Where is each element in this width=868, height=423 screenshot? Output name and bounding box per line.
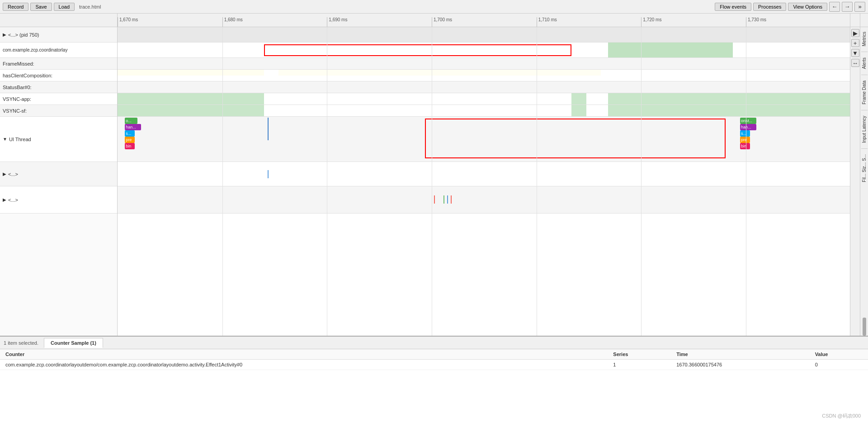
vsync-app-gap2 — [586, 93, 609, 105]
ruler[interactable]: 1,670 ms1,680 ms1,690 ms1,700 ms1,710 ms… — [118, 14, 850, 27]
green-strip-coord-right — [608, 43, 732, 57]
processes-button[interactable]: Processes — [753, 3, 786, 11]
grid-line-4 — [537, 27, 537, 336]
expand-icon-pid: ▶ — [3, 32, 6, 37]
cell-time: 1670.366000175476 — [671, 360, 809, 370]
frame-data-label[interactable]: Frame Data — [861, 77, 868, 108]
vsync-sf-text: VSYNC-sf: — [3, 108, 27, 114]
grid-line-1 — [222, 27, 223, 336]
bottom-table: Counter Series Time Value com.example.zc… — [0, 349, 868, 370]
fit-button[interactable]: ↔ — [851, 59, 859, 67]
expand-icon-dots1: ▶ — [3, 171, 6, 176]
col-series: Series — [608, 349, 671, 360]
alerts-label[interactable]: Alerts — [861, 54, 868, 73]
grid-line-5 — [641, 27, 642, 336]
ruler-tick: 1,690 ms — [327, 17, 347, 27]
table-header-row: Counter Series Time Value — [0, 349, 868, 360]
block-pre2[interactable]: pre — [740, 137, 750, 143]
view-options-button[interactable]: View Options — [788, 3, 827, 11]
marker-blue-dots2 — [447, 195, 448, 204]
grid-line-2 — [327, 27, 327, 336]
col-counter: Counter — [0, 349, 608, 360]
coordinator-row-label: com.example.zcp.coordinatorlay — [0, 43, 117, 58]
filename-label: trace.html — [79, 4, 101, 10]
record-button[interactable]: Record — [3, 3, 28, 11]
tl-frame-missed-row — [118, 58, 850, 70]
pid-row-label[interactable]: ▶ <...> (pid 750) — [0, 27, 117, 43]
left-labels: ▶ <...> (pid 750) com.example.zcp.coordi… — [0, 27, 118, 336]
block-bin1[interactable]: bin — [125, 143, 135, 149]
input-latency-label[interactable]: Input Latency — [861, 112, 868, 147]
file-size-label[interactable]: Fil... Siz... S... — [861, 151, 868, 186]
counter-sample-tab-label: Counter Sample (1) — [51, 340, 96, 346]
zoom-out-button[interactable]: ▼ — [851, 49, 859, 57]
panel-divider-1 — [861, 52, 868, 52]
tl-dots1-row — [118, 162, 850, 186]
cursor-button[interactable]: ▶ — [851, 29, 859, 37]
tl-dots2-row — [118, 186, 850, 214]
main-area: ▶ <...> (pid 750) com.example.zcp.coordi… — [0, 27, 868, 336]
panel-divider-3 — [861, 110, 868, 110]
cell-series: 1 — [608, 360, 671, 370]
nav-back-button[interactable]: ← — [829, 2, 840, 12]
ruler-tick: 1,710 ms — [537, 17, 557, 27]
dots1-text: <...> — [8, 171, 18, 177]
marker-red-1 — [434, 195, 435, 204]
block-bin2[interactable]: bin — [740, 143, 750, 149]
client-composition-text: hasClientComposition: — [3, 73, 52, 78]
marker-red-2 — [451, 195, 452, 204]
bottom-tabs: 1 item selected. Counter Sample (1) — [0, 337, 868, 349]
block-han1[interactable]: han... — [125, 124, 141, 130]
tl-ui-thread-row[interactable]: o... han... s... pre bin onM... han... s… — [118, 117, 850, 162]
bottom-content: Counter Series Time Value com.example.zc… — [0, 349, 868, 370]
dots2-label[interactable]: ▶ <...> — [0, 186, 117, 214]
block-s2[interactable]: s... — [740, 130, 750, 137]
col-value: Value — [810, 349, 868, 360]
nav-forward-button[interactable]: → — [842, 2, 853, 12]
table-row[interactable]: com.example.zcp.coordinatorlayoutdemo/co… — [0, 360, 868, 370]
marker-green-1 — [443, 195, 444, 204]
save-button[interactable]: Save — [30, 3, 52, 11]
flow-events-button[interactable]: Flow events — [715, 3, 751, 11]
nav-more-button[interactable]: » — [854, 2, 865, 12]
metrics-label[interactable]: Metrics — [861, 28, 868, 50]
frame-missed-text: FrameMissed: — [3, 61, 34, 67]
vsync-app-label: VSYNC-app: — [0, 93, 117, 105]
block-o[interactable]: o... — [125, 118, 137, 124]
selection-count-label: 1 item selected. — [4, 340, 38, 346]
vsync-sf-label: VSYNC-sf: — [0, 105, 117, 117]
marker-dots1 — [268, 170, 269, 178]
tl-vsync-sf-row — [118, 105, 850, 117]
right-controls: ▶ + ▼ ↔ — [850, 27, 860, 336]
ruler-row: 1,670 ms1,680 ms1,690 ms1,700 ms1,710 ms… — [0, 14, 868, 27]
ruler-tick: 1,680 ms — [222, 17, 243, 27]
scrollbar-thumb[interactable] — [863, 318, 866, 336]
ruler-tick: 1,720 ms — [641, 17, 661, 27]
ruler-label-area — [0, 14, 118, 27]
block-s1[interactable]: s... — [125, 130, 135, 137]
coordinator-label-text: com.example.zcp.coordinatorlay — [3, 48, 67, 52]
counter-sample-tab[interactable]: Counter Sample (1) — [44, 338, 103, 348]
expand-icon-ui: ▼ — [3, 137, 7, 142]
zoom-in-button[interactable]: + — [851, 39, 859, 47]
grid-line-3 — [432, 27, 432, 336]
client-composition-label: hasClientComposition: — [0, 70, 117, 81]
selection-box-2 — [425, 119, 725, 158]
comp-strip-1 — [118, 70, 264, 76]
load-button[interactable]: Load — [54, 3, 75, 11]
ruler-tick: 1,700 ms — [432, 17, 452, 27]
block-han2[interactable]: han... — [740, 124, 756, 130]
marker-blue-1 — [268, 118, 269, 140]
expand-icon-dots2: ▶ — [3, 197, 6, 202]
timeline-area[interactable]: o... han... s... pre bin onM... han... s… — [118, 27, 850, 336]
ruler-right-spacer — [850, 14, 860, 27]
vsync-sf-gap2 — [586, 105, 609, 116]
ruler-tick: 1,730 ms — [746, 17, 766, 27]
right-panel: Metrics Alerts Frame Data Input Latency … — [860, 27, 868, 336]
statusbar-label: StatusBar#0: — [0, 81, 117, 93]
dots1-label[interactable]: ▶ <...> — [0, 162, 117, 186]
block-pre1[interactable]: pre — [125, 137, 135, 143]
tl-vsync-app-row — [118, 93, 850, 105]
ui-thread-label[interactable]: ▼ UI Thread — [0, 117, 117, 162]
block-onm[interactable]: onM... — [740, 118, 756, 124]
